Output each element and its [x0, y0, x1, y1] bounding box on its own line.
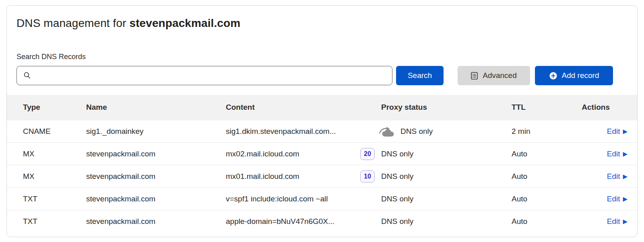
caret-right-icon: ▶ — [623, 196, 627, 202]
table-body: CNAME sig1._domainkey sig1.dkim.stevenpa… — [7, 120, 637, 232]
edit-record-link[interactable]: Edit▶ — [607, 150, 627, 158]
caret-right-icon: ▶ — [623, 173, 627, 179]
page-title-domain: stevenpackmail.com — [129, 17, 240, 29]
proxy-status-label: DNS only — [381, 195, 413, 203]
edit-record-link[interactable]: Edit▶ — [607, 195, 627, 203]
advanced-button-label: Advanced — [483, 71, 517, 80]
table-header-row: Type Name Content Proxy status TTL Actio… — [7, 95, 637, 120]
record-content: sig1.dkim.stevenpackmail.com... — [226, 127, 336, 136]
caret-right-icon: ▶ — [623, 151, 627, 157]
cloud-dns-only-icon — [379, 126, 395, 137]
record-name: stevenpackmail.com — [86, 150, 226, 158]
proxy-status-cell: DNS only — [379, 195, 500, 203]
record-content: v=spf1 include:icloud.com ~all — [226, 195, 328, 203]
record-content: mx02.mail.icloud.com — [226, 150, 299, 158]
column-header-content: Content — [226, 103, 379, 112]
column-header-ttl: TTL — [500, 103, 558, 112]
proxy-status-cell: DNS only — [379, 126, 500, 137]
add-record-button[interactable]: Add record — [535, 66, 613, 85]
record-name: stevenpackmail.com — [86, 195, 226, 203]
proxy-status-label: DNS only — [381, 150, 413, 158]
priority-badge: 20 — [360, 148, 375, 160]
add-record-button-label: Add record — [562, 71, 599, 80]
search-toolbar: Search Advanced — [17, 66, 627, 85]
record-type: TXT — [23, 217, 86, 226]
table-row-cname-sig1: CNAME sig1._domainkey sig1.dkim.stevenpa… — [7, 120, 637, 142]
proxy-status-cell: DNS only — [379, 150, 500, 158]
record-ttl: Auto — [500, 195, 558, 203]
edit-record-link[interactable]: Edit▶ — [607, 217, 627, 226]
column-header-name: Name — [86, 103, 226, 112]
priority-badge: 10 — [360, 170, 375, 183]
proxy-status-cell: DNS only — [379, 172, 500, 181]
proxy-status-label: DNS only — [381, 217, 413, 226]
record-ttl: Auto — [500, 150, 558, 158]
table-row-mx-02: MX stevenpackmail.com mx02.mail.icloud.c… — [7, 142, 637, 165]
record-content: mx01.mail.icloud.com — [226, 172, 299, 181]
record-ttl: Auto — [500, 217, 558, 226]
page-title: DNS management for stevenpackmail.com — [17, 16, 627, 31]
table-row-txt-apple-domain: TXT stevenpackmail.com apple-domain=bNuV… — [7, 210, 637, 232]
proxy-status-label: DNS only — [381, 172, 413, 181]
record-content: apple-domain=bNuV47n6G0X... — [226, 217, 334, 226]
record-ttl: Auto — [500, 172, 558, 181]
record-name: stevenpackmail.com — [86, 217, 226, 226]
caret-right-icon: ▶ — [623, 218, 627, 224]
search-input-wrap — [17, 66, 392, 85]
record-name: stevenpackmail.com — [86, 172, 226, 181]
edit-record-link[interactable]: Edit▶ — [607, 127, 627, 136]
record-type: TXT — [23, 195, 86, 203]
caret-right-icon: ▶ — [623, 128, 627, 134]
plus-circle-icon — [549, 72, 557, 80]
record-type: MX — [23, 150, 86, 158]
search-label: Search DNS Records — [17, 52, 627, 61]
column-header-actions: Actions — [558, 103, 627, 112]
table-row-txt-spf: TXT stevenpackmail.com v=spf1 include:ic… — [7, 187, 637, 210]
dns-records-table: Type Name Content Proxy status TTL Actio… — [7, 95, 637, 232]
search-input[interactable] — [17, 66, 392, 85]
column-header-type: Type — [23, 103, 86, 112]
record-type: CNAME — [23, 127, 86, 136]
record-ttl: 2 min — [500, 127, 558, 136]
list-document-icon — [471, 72, 478, 80]
dns-management-card: DNS management for stevenpackmail.com Se… — [6, 5, 638, 237]
record-name: sig1._domainkey — [86, 127, 226, 136]
page-title-prefix: DNS management for — [17, 17, 126, 29]
proxy-status-cell: DNS only — [379, 217, 500, 226]
column-header-proxy-status: Proxy status — [379, 103, 500, 112]
advanced-button[interactable]: Advanced — [458, 66, 530, 85]
record-type: MX — [23, 172, 86, 181]
proxy-status-label: DNS only — [400, 127, 433, 136]
table-row-mx-01: MX stevenpackmail.com mx01.mail.icloud.c… — [7, 165, 637, 187]
search-button[interactable]: Search — [396, 66, 444, 85]
edit-record-link[interactable]: Edit▶ — [607, 172, 627, 181]
